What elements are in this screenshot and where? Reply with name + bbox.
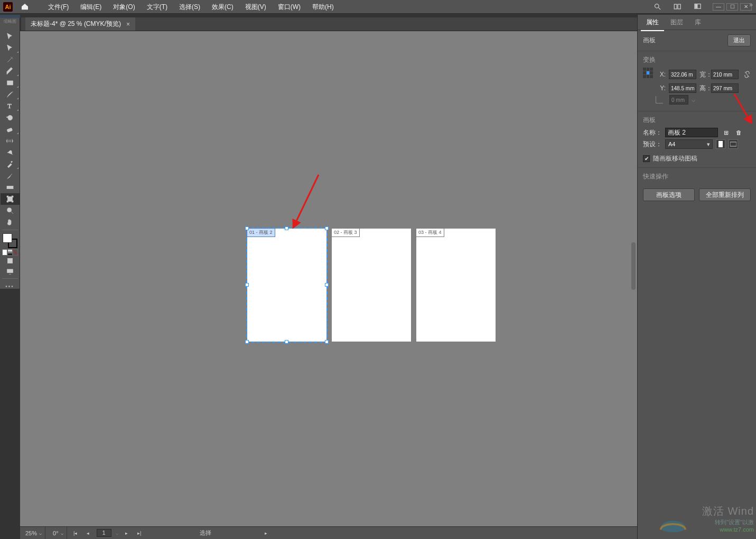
nav-prev-icon[interactable]: ◂ <box>84 529 92 537</box>
maximize-button[interactable]: ☐ <box>726 3 738 11</box>
rectangle-tool[interactable] <box>1 77 20 89</box>
eraser-tool[interactable] <box>1 124 20 135</box>
menu-select[interactable]: 选择(S) <box>174 0 205 14</box>
menu-file[interactable]: 文件(F) <box>43 0 73 14</box>
artboard-2[interactable]: 02 - 画板 3 <box>332 229 411 342</box>
status-play-icon[interactable]: ▸ <box>262 529 270 537</box>
menu-object[interactable]: 对象(O) <box>108 0 139 14</box>
artboard-3[interactable]: 03 - 画板 4 <box>416 229 496 342</box>
svg-rect-9 <box>7 186 13 188</box>
gradient-tool[interactable] <box>1 182 20 193</box>
fill-swatch[interactable] <box>3 233 12 243</box>
y-input[interactable]: 148.5 mm <box>669 83 696 93</box>
scale-tool[interactable] <box>1 135 20 147</box>
handle-ml[interactable] <box>245 283 249 287</box>
canvas-scrollbar[interactable] <box>631 242 636 290</box>
preset-label: 预设： <box>643 140 662 149</box>
artboard-index-input[interactable]: 1 <box>97 529 111 537</box>
zoom-dropdown[interactable]: 25% <box>22 527 45 539</box>
menu-effect[interactable]: 效果(C) <box>207 0 238 14</box>
search-icon[interactable] <box>652 2 662 12</box>
reference-point-grid[interactable] <box>643 68 653 78</box>
home-icon[interactable] <box>18 0 32 14</box>
angle-dropdown[interactable]: 0° <box>50 527 67 539</box>
angle-dd-icon[interactable]: ⌵ <box>692 96 695 103</box>
artboards-container: 01 - 画板 2 02 - 画板 3 03 - 画板 4 <box>247 229 496 342</box>
landscape-icon[interactable] <box>729 139 738 149</box>
document-tab[interactable]: 未标题-4* @ 25 % (CMYK/预览) × <box>25 17 135 31</box>
handle-tr[interactable] <box>325 226 329 230</box>
zoom-tool[interactable] <box>1 205 20 216</box>
hand-tool[interactable] <box>1 216 20 228</box>
move-artwork-checkbox[interactable] <box>643 155 650 162</box>
type-tool[interactable]: T <box>1 100 20 112</box>
artboard-tool[interactable] <box>1 193 20 205</box>
page-dd-icon[interactable]: ⌵ <box>116 531 118 536</box>
rotate-tool[interactable] <box>1 112 20 124</box>
portrait-icon[interactable] <box>716 139 725 149</box>
arrange-docs-icon[interactable] <box>673 2 682 12</box>
handle-bc[interactable] <box>285 340 288 344</box>
menu-edit[interactable]: 编辑(E) <box>76 0 106 14</box>
workspace-icon[interactable] <box>693 2 702 12</box>
artboard-1-label: 01 - 画板 2 <box>247 228 275 237</box>
menu-view[interactable]: 视图(V) <box>240 0 271 14</box>
free-transform-tool[interactable] <box>1 147 20 158</box>
app-logo-icon[interactable]: Ai <box>3 2 13 12</box>
menu-type[interactable]: 文字(T) <box>142 0 172 14</box>
draw-mode-icon[interactable] <box>1 256 20 266</box>
handle-tl[interactable] <box>245 226 249 230</box>
menu-window[interactable]: 窗口(W) <box>273 0 305 14</box>
nav-first-icon[interactable]: |◂ <box>71 529 80 537</box>
new-artboard-icon[interactable]: ⊞ <box>721 128 731 137</box>
canvas-area[interactable]: 01 - 画板 2 02 - 画板 3 03 - 画板 4 <box>20 31 637 526</box>
link-wh-icon[interactable] <box>743 68 751 81</box>
tab-properties[interactable]: 属性 <box>641 16 664 31</box>
menu-help[interactable]: 帮助(H) <box>307 0 339 14</box>
exit-artboard-button[interactable]: 退出 <box>727 34 751 46</box>
handle-mr[interactable] <box>325 283 329 287</box>
handle-tc[interactable] <box>285 226 288 230</box>
handle-bl[interactable] <box>245 340 249 344</box>
watermark-text: 激活 Wind 转到"设置"以激 www.tz7.com <box>702 504 754 533</box>
preset-select[interactable]: A4 <box>665 139 713 149</box>
nav-next-icon[interactable]: ▸ <box>123 529 131 537</box>
x-input[interactable]: 322.06 m <box>669 70 696 79</box>
tab-layers[interactable]: 图层 <box>665 16 688 31</box>
nav-last-icon[interactable]: ▸| <box>135 529 144 537</box>
paintbrush-tool[interactable] <box>1 89 20 100</box>
color-mode-boxes[interactable] <box>2 249 18 256</box>
blob-brush-tool[interactable] <box>1 170 20 182</box>
minimize-button[interactable]: — <box>713 3 724 11</box>
height-input[interactable]: 297 mm <box>711 83 739 93</box>
magic-wand-tool[interactable] <box>1 54 20 65</box>
artboard-name-input[interactable]: 画板 2 <box>665 128 718 137</box>
width-input[interactable]: 210 mm <box>711 70 739 79</box>
angle-input[interactable]: 0 mm <box>669 95 688 105</box>
menu-items: 文件(F) 编辑(E) 对象(O) 文字(T) 选择(S) 效果(C) 视图(V… <box>43 0 339 14</box>
toolbar-drag-handle[interactable]: 缩略图 <box>0 18 20 31</box>
w-label: 宽： <box>699 70 708 79</box>
artboard-3-label: 03 - 画板 4 <box>416 228 444 237</box>
annotation-arrow-canvas <box>292 175 324 222</box>
rearrange-all-button[interactable]: 全部重新排列 <box>699 188 751 201</box>
screen-mode-icon[interactable] <box>1 266 20 277</box>
fill-stroke-swatches[interactable] <box>3 233 17 248</box>
artboard-2-label: 02 - 画板 3 <box>331 228 360 237</box>
svg-rect-10 <box>7 196 12 201</box>
tab-libraries[interactable]: 库 <box>689 16 706 31</box>
artboard-options-button[interactable]: 画板选项 <box>643 188 695 201</box>
eyedropper-tool[interactable] <box>1 158 20 170</box>
handle-br[interactable] <box>325 340 329 344</box>
menubar: Ai 文件(F) 编辑(E) 对象(O) 文字(T) 选择(S) 效果(C) 视… <box>0 0 756 14</box>
direct-selection-tool[interactable] <box>1 42 20 54</box>
pen-tool[interactable] <box>1 65 20 77</box>
edit-toolbar-icon[interactable]: ••• <box>1 280 20 289</box>
close-tab-icon[interactable]: × <box>126 21 130 28</box>
svg-point-11 <box>7 208 11 212</box>
selection-tool[interactable] <box>1 31 20 42</box>
artboard-1[interactable]: 01 - 画板 2 <box>247 229 326 342</box>
x-label: X: <box>657 71 666 78</box>
delete-artboard-icon[interactable]: 🗑 <box>734 128 743 137</box>
panel-menu-icon[interactable]: » <box>749 1 753 8</box>
